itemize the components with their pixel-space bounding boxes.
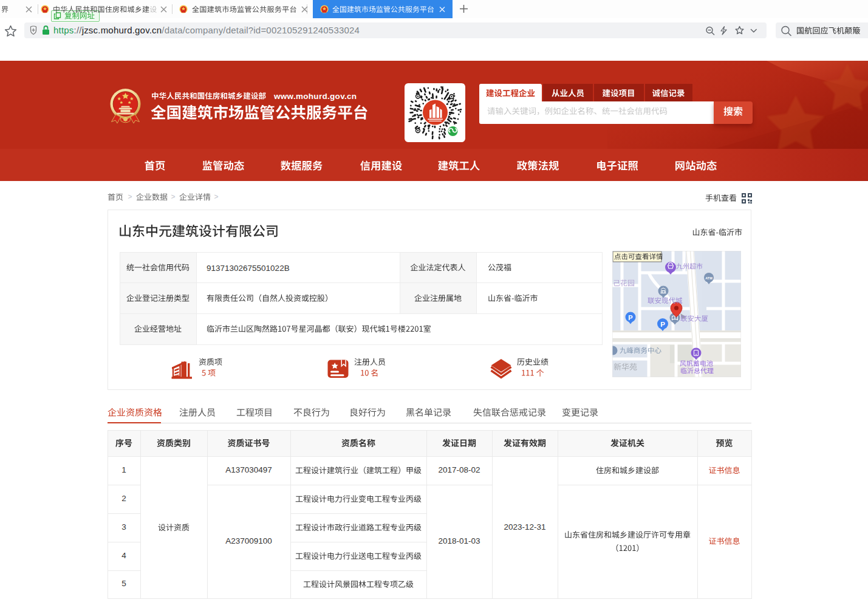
svg-text:P: P [628, 314, 632, 321]
svg-text:ATM: ATM [705, 276, 713, 280]
svg-text:P: P [660, 321, 665, 328]
